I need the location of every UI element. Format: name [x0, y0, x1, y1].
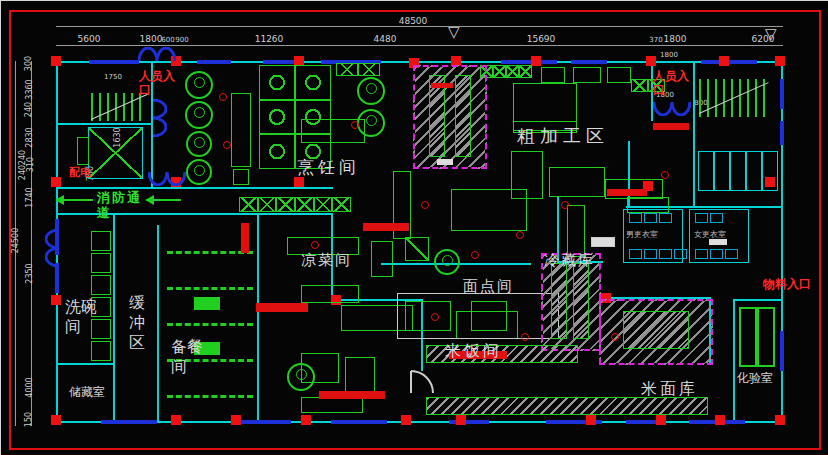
appliance	[541, 67, 565, 83]
column	[775, 56, 785, 66]
tag-dot	[471, 251, 479, 259]
dim-overall-left: 24500	[11, 228, 20, 253]
wall-serving-left	[157, 225, 159, 423]
lockers	[695, 213, 723, 223]
window	[780, 79, 784, 109]
shelf	[167, 287, 253, 290]
dim-top-2: 600	[161, 36, 174, 44]
dim-top-7: 370	[649, 36, 662, 44]
tag-dot	[311, 241, 319, 249]
dim-overall-top: 48500	[399, 16, 428, 26]
wall-dishwash-right	[113, 213, 115, 423]
dim-left-9: 4000	[25, 377, 34, 397]
equipment-box	[233, 169, 249, 185]
rack-box	[91, 341, 111, 361]
kettle-icon	[185, 71, 213, 99]
column	[401, 415, 411, 425]
column	[301, 415, 311, 425]
appliance	[607, 67, 631, 83]
room-label-cold-dish: 凉菜间	[301, 251, 352, 270]
dim-top-0: 5600	[78, 34, 101, 44]
power-room-label: 配电	[69, 166, 91, 179]
dim-left-2: 240	[24, 102, 33, 117]
counter	[627, 197, 669, 213]
storage-rack	[551, 263, 567, 339]
cold-room	[413, 65, 487, 169]
shelf	[167, 395, 253, 398]
rack-vertical	[231, 93, 251, 167]
lockers	[629, 249, 687, 259]
counter	[301, 285, 359, 303]
table-block	[591, 237, 615, 247]
lab-cabinet	[739, 307, 757, 367]
lab-cabinet	[757, 307, 775, 367]
dim-top-3: 900	[175, 36, 188, 44]
dim-left-1: 3360	[25, 79, 34, 99]
dim-top-5: 4480	[374, 34, 397, 44]
window	[780, 331, 784, 371]
wall-corridor-top	[56, 187, 333, 189]
tag-dot	[351, 121, 359, 129]
dim-left-10: 150	[24, 412, 33, 427]
cooking-range	[259, 65, 331, 169]
counter	[301, 397, 363, 413]
tag-dot	[661, 171, 669, 179]
column	[456, 415, 466, 425]
rack-vertical	[511, 151, 543, 199]
entrance-label-personnel-right: 人员入口	[653, 69, 693, 98]
cad-floor-plan: 48500 5600 1800 600 900 11260 4480 15690…	[0, 0, 828, 455]
lockers	[629, 213, 672, 223]
column	[656, 415, 666, 425]
storage-rack	[623, 311, 689, 349]
bench	[653, 123, 689, 130]
equipment-box	[405, 301, 451, 331]
dim-right-door-a: 1800	[660, 51, 678, 59]
dim-left-8: 2350	[25, 263, 34, 283]
dim-left-6: 240	[18, 165, 27, 180]
room-label-grain-store: 米面库	[641, 379, 698, 399]
room-label-cooking: 烹饪间	[297, 157, 360, 178]
fire-corridor-arrow-icon	[153, 199, 181, 201]
tag-dot	[561, 201, 569, 209]
column	[586, 415, 596, 425]
dim-stairs: 1750	[104, 73, 122, 81]
window	[101, 420, 157, 424]
equipment-box	[471, 301, 507, 331]
wall-lab-left	[733, 299, 735, 423]
outer-wall-bottom	[56, 421, 783, 423]
room-label-pastry: 面点间	[463, 277, 514, 296]
room-label-lab: 化验室	[737, 371, 773, 386]
column	[231, 415, 241, 425]
room-label-cold-storage: 冷藏库	[544, 251, 595, 270]
tag-dot	[521, 333, 529, 341]
entrance-label-material: 物料入口	[763, 277, 817, 291]
wall-rightwing-left	[693, 61, 695, 208]
section-marker-icon: ▽	[765, 25, 777, 43]
room-label-storage: 储藏室	[69, 385, 105, 400]
wall-lab-top	[733, 299, 781, 301]
tag-dot	[611, 333, 619, 341]
dim-left-0: 300	[24, 56, 33, 71]
wall-storage-top	[58, 363, 113, 365]
window	[449, 420, 489, 424]
wall-serving-right	[257, 213, 259, 423]
dim-top-4: 11260	[255, 34, 284, 44]
kettle-icon	[185, 101, 213, 129]
column	[51, 177, 61, 187]
kettle-icon	[186, 159, 212, 185]
column	[171, 415, 181, 425]
room-label-womens-changing: 女更衣室	[694, 229, 726, 240]
sink-row	[239, 197, 351, 212]
bench	[363, 223, 409, 231]
kettle-icon	[357, 77, 385, 105]
tag-dot	[219, 93, 227, 101]
fire-corridor-label: 消防通道	[97, 191, 145, 221]
kettle-icon	[287, 363, 315, 391]
overall-dim-line	[56, 26, 783, 27]
dim-left-5: 310	[26, 157, 35, 172]
window	[780, 121, 784, 145]
column	[719, 56, 729, 66]
wall-under-stairs	[56, 123, 153, 125]
window	[331, 420, 387, 424]
column	[775, 415, 785, 425]
